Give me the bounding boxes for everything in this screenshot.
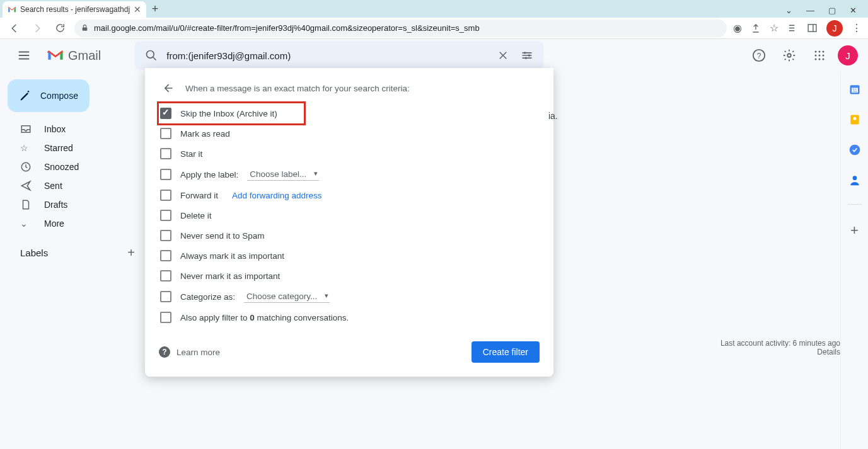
svg-point-26 <box>849 145 860 156</box>
nav-inbox[interactable]: Inbox <box>5 120 145 139</box>
activity-details-link[interactable]: Details <box>720 348 840 356</box>
filter-back-button[interactable] <box>159 79 176 97</box>
learn-more-link[interactable]: ? Learn more <box>159 346 220 358</box>
svg-point-16 <box>823 55 825 57</box>
nav-drafts[interactable]: Drafts <box>5 195 145 214</box>
svg-line-4 <box>153 57 156 60</box>
reload-button[interactable] <box>52 20 68 37</box>
svg-point-17 <box>815 59 817 60</box>
checkbox-always-important[interactable] <box>160 250 171 261</box>
tab-title: Search results - jeniferswagathdj <box>20 5 130 14</box>
browser-tab[interactable]: Search results - jeniferswagathdj ✕ <box>3 1 146 18</box>
google-apps-icon[interactable] <box>807 43 831 67</box>
nav-snoozed[interactable]: Snoozed <box>5 157 145 176</box>
get-addons-button[interactable]: + <box>850 222 859 239</box>
tasks-icon[interactable] <box>848 144 861 156</box>
filter-option-categorize[interactable]: Categorize as: Choose category... <box>159 286 540 307</box>
nav-sent[interactable]: Sent <box>5 176 145 195</box>
gmail-header: Gmail ? J <box>0 39 868 72</box>
labels-heading: Labels <box>20 247 48 258</box>
svg-point-5 <box>524 52 526 54</box>
label-dropdown[interactable]: Choose label... <box>247 168 319 181</box>
search-input[interactable] <box>166 50 488 61</box>
filter-option-forward[interactable]: Forward it Add forwarding address <box>159 185 540 205</box>
help-icon: ? <box>159 346 170 358</box>
checkbox-mark-read[interactable] <box>160 128 171 139</box>
gmail-logo[interactable]: Gmail <box>47 48 101 63</box>
support-icon[interactable]: ? <box>747 43 771 67</box>
side-panel-icon[interactable] <box>807 23 818 33</box>
account-avatar[interactable]: J <box>838 45 858 65</box>
filter-option-never-spam[interactable]: Never send it to Spam <box>159 225 540 246</box>
checkbox-never-spam[interactable] <box>160 230 171 241</box>
filter-option-always-important[interactable]: Always mark it as important <box>159 246 540 266</box>
add-label-button[interactable]: + <box>127 246 135 260</box>
add-forwarding-link[interactable]: Add forwarding address <box>232 191 322 200</box>
filter-option-star[interactable]: Star it <box>159 144 540 164</box>
chevron-down-icon[interactable]: ⌄ <box>785 6 792 15</box>
filter-heading: When a message is an exact match for you… <box>185 84 410 93</box>
settings-gear-icon[interactable] <box>777 43 801 67</box>
compose-button[interactable]: Compose <box>8 79 90 112</box>
svg-rect-0 <box>83 27 88 30</box>
chevron-down-icon: ⌄ <box>20 219 33 229</box>
search-icon[interactable] <box>142 47 160 64</box>
clear-search-icon[interactable] <box>494 47 512 64</box>
nav-more[interactable]: ⌄More <box>5 214 145 233</box>
create-filter-button[interactable]: Create filter <box>472 341 540 363</box>
filter-option-also-apply[interactable]: Also apply filter to 0 matching conversa… <box>159 307 540 327</box>
chrome-menu-icon[interactable]: ⋮ <box>852 22 862 34</box>
rail-divider <box>848 204 862 205</box>
filter-option-apply-label[interactable]: Apply the label: Choose label... <box>159 164 540 185</box>
share-icon[interactable] <box>751 23 761 33</box>
window-controls: ⌄ — ▢ ✕ <box>785 6 868 18</box>
checkbox-delete[interactable] <box>160 210 171 221</box>
tab-close-icon[interactable]: ✕ <box>134 4 141 14</box>
background-text-fragment: ia. <box>548 111 558 121</box>
svg-point-27 <box>852 176 857 180</box>
nav-starred[interactable]: ☆Starred <box>5 139 145 157</box>
inbox-icon <box>20 123 33 135</box>
contacts-icon[interactable] <box>848 174 861 186</box>
browser-tabstrip: Search results - jeniferswagathdj ✕ + ⌄ … <box>0 0 868 18</box>
filter-option-never-important[interactable]: Never mark it as important <box>159 266 540 286</box>
checkbox-categorize[interactable] <box>160 291 171 302</box>
gmail-app: Gmail ? J Compose Inbox ☆Starred Snoozed… <box>0 39 868 449</box>
checkbox-also-apply[interactable] <box>160 312 171 323</box>
forward-button[interactable] <box>29 20 45 37</box>
bookmark-star-icon[interactable]: ☆ <box>770 22 778 34</box>
filter-option-mark-read[interactable]: Mark as read <box>159 123 540 144</box>
gmail-favicon <box>8 5 16 14</box>
minimize-icon[interactable]: — <box>806 6 814 15</box>
checkbox-never-important[interactable] <box>160 270 171 281</box>
reading-list-icon[interactable] <box>787 23 798 33</box>
filter-option-skip-inbox[interactable]: Skip the Inbox (Archive it) <box>159 103 304 123</box>
svg-point-3 <box>147 51 154 59</box>
activity-line: Last account activity: 6 minutes ago <box>720 339 840 348</box>
category-dropdown[interactable]: Choose category... <box>244 290 330 303</box>
main-menu-button[interactable] <box>10 42 38 69</box>
maximize-icon[interactable]: ▢ <box>828 6 836 15</box>
send-icon <box>20 180 33 191</box>
search-options-icon[interactable] <box>518 47 536 64</box>
close-window-icon[interactable]: ✕ <box>850 6 857 15</box>
checkbox-forward[interactable] <box>160 190 171 201</box>
new-tab-button[interactable]: + <box>146 0 164 18</box>
svg-rect-1 <box>808 25 816 31</box>
eye-icon[interactable]: ◉ <box>733 22 742 34</box>
search-bar <box>135 41 543 70</box>
side-panel: 31 + <box>840 72 868 449</box>
calendar-icon[interactable]: 31 <box>848 83 861 96</box>
svg-point-11 <box>815 51 817 53</box>
omnibox[interactable]: mail.google.com/mail/u/0/#create-filter/… <box>74 20 727 37</box>
keep-icon[interactable] <box>848 113 861 126</box>
chrome-profile-avatar[interactable]: J <box>826 20 843 37</box>
svg-point-15 <box>819 55 821 57</box>
checkbox-apply-label[interactable] <box>160 169 171 180</box>
filter-option-delete[interactable]: Delete it <box>159 205 540 225</box>
back-button[interactable] <box>6 20 23 37</box>
svg-point-18 <box>819 59 821 60</box>
checkbox-star[interactable] <box>160 148 171 159</box>
checkbox-skip-inbox[interactable] <box>160 108 171 119</box>
lock-icon <box>81 24 89 32</box>
